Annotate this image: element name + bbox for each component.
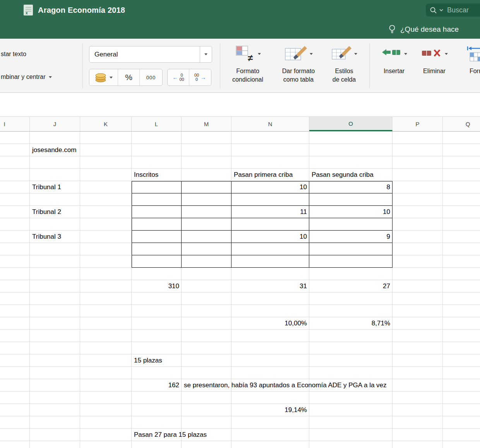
cell-P20[interactable] bbox=[393, 367, 443, 379]
cell-I18[interactable] bbox=[0, 342, 30, 354]
cell-N11[interactable] bbox=[231, 255, 309, 268]
cell-L25[interactable]: Pasan 27 para 15 plazas bbox=[132, 429, 182, 441]
format-as-table-button[interactable]: Dar formatocomo tabla bbox=[272, 42, 325, 84]
decrease-decimal-button[interactable]: 000 → bbox=[189, 69, 211, 85]
cell-J26[interactable] bbox=[30, 441, 80, 448]
cell-Q10[interactable] bbox=[443, 243, 480, 255]
cell-M16[interactable] bbox=[182, 317, 231, 330]
cell-N25[interactable] bbox=[231, 429, 309, 441]
cell-N15[interactable] bbox=[231, 305, 309, 317]
cell-Q13[interactable] bbox=[443, 280, 480, 292]
cell-P7[interactable] bbox=[393, 206, 443, 218]
cell-L7[interactable] bbox=[132, 206, 182, 218]
cell-I2[interactable] bbox=[0, 144, 30, 156]
cell-K14[interactable] bbox=[80, 292, 132, 305]
cell-O6[interactable] bbox=[309, 193, 393, 206]
cell-L4[interactable]: Inscritos bbox=[132, 169, 182, 181]
cell-J19[interactable] bbox=[30, 354, 80, 367]
cell-I13[interactable] bbox=[0, 280, 30, 292]
cell-L21[interactable]: 162 bbox=[132, 379, 182, 392]
cell-I16[interactable] bbox=[0, 317, 30, 330]
cell-I17[interactable] bbox=[0, 330, 30, 342]
cell-M8[interactable] bbox=[182, 218, 231, 231]
cell-J2[interactable]: josesande.com bbox=[30, 144, 80, 156]
cell-M19[interactable] bbox=[182, 354, 231, 367]
cell-P10[interactable] bbox=[393, 243, 443, 255]
cell-L26[interactable] bbox=[132, 441, 182, 448]
merge-center-button[interactable]: mbinar y centrar bbox=[1, 74, 52, 80]
cell-O24[interactable] bbox=[309, 416, 393, 429]
cell-L6[interactable] bbox=[132, 193, 182, 206]
cell-P21[interactable] bbox=[393, 379, 443, 392]
cell-L1[interactable] bbox=[132, 132, 182, 144]
cell-Q5[interactable] bbox=[443, 181, 480, 193]
cell-K22[interactable] bbox=[80, 392, 132, 404]
cell-Q16[interactable] bbox=[443, 317, 480, 330]
cell-L5[interactable] bbox=[132, 181, 182, 193]
delete-cells-button[interactable]: Eliminar bbox=[415, 42, 454, 75]
cell-L13[interactable]: 310 bbox=[132, 280, 182, 292]
cell-K13[interactable] bbox=[80, 280, 132, 292]
cell-L16[interactable] bbox=[132, 317, 182, 330]
cell-L20[interactable] bbox=[132, 367, 182, 379]
number-format-select[interactable]: General bbox=[89, 46, 212, 63]
cell-L10[interactable] bbox=[132, 243, 182, 255]
cell-Q19[interactable] bbox=[443, 354, 480, 367]
cell-N3[interactable] bbox=[231, 156, 309, 169]
cell-J14[interactable] bbox=[30, 292, 80, 305]
cell-I8[interactable] bbox=[0, 218, 30, 231]
column-header-N[interactable]: N bbox=[231, 117, 309, 131]
cell-L3[interactable] bbox=[132, 156, 182, 169]
cell-K26[interactable] bbox=[80, 441, 132, 448]
cell-I12[interactable] bbox=[0, 268, 30, 280]
column-header-K[interactable]: K bbox=[80, 117, 132, 131]
cell-P25[interactable] bbox=[393, 429, 443, 441]
cell-K8[interactable] bbox=[80, 218, 132, 231]
cell-Q25[interactable] bbox=[443, 429, 480, 441]
cell-P5[interactable] bbox=[393, 181, 443, 193]
cell-K5[interactable] bbox=[80, 181, 132, 193]
cell-K24[interactable] bbox=[80, 416, 132, 429]
cell-J11[interactable] bbox=[30, 255, 80, 268]
cell-O3[interactable] bbox=[309, 156, 393, 169]
cell-P2[interactable] bbox=[393, 144, 443, 156]
cell-O25[interactable] bbox=[309, 429, 393, 441]
cell-J7[interactable]: Tribunal 2 bbox=[30, 206, 80, 218]
cell-K12[interactable] bbox=[80, 268, 132, 280]
cell-O23[interactable] bbox=[309, 404, 393, 416]
cell-N17[interactable] bbox=[231, 330, 309, 342]
cell-N7[interactable]: 11 bbox=[231, 206, 309, 218]
cell-P8[interactable] bbox=[393, 218, 443, 231]
cell-L19[interactable]: 15 plazas bbox=[132, 354, 182, 367]
cell-N5[interactable]: 10 bbox=[231, 181, 309, 193]
cell-I22[interactable] bbox=[0, 392, 30, 404]
cell-J12[interactable] bbox=[30, 268, 80, 280]
cell-L15[interactable] bbox=[132, 305, 182, 317]
cell-J6[interactable] bbox=[30, 193, 80, 206]
cell-P26[interactable] bbox=[393, 441, 443, 448]
cell-I10[interactable] bbox=[0, 243, 30, 255]
cell-O20[interactable] bbox=[309, 367, 393, 379]
cell-P17[interactable] bbox=[393, 330, 443, 342]
cell-K23[interactable] bbox=[80, 404, 132, 416]
cell-J8[interactable] bbox=[30, 218, 80, 231]
cell-Q4[interactable] bbox=[443, 169, 480, 181]
column-header-P[interactable]: P bbox=[393, 117, 443, 131]
cell-Q15[interactable] bbox=[443, 305, 480, 317]
cell-L11[interactable] bbox=[132, 255, 182, 268]
cell-J3[interactable] bbox=[30, 156, 80, 169]
cell-P3[interactable] bbox=[393, 156, 443, 169]
cell-K15[interactable] bbox=[80, 305, 132, 317]
cell-O14[interactable] bbox=[309, 292, 393, 305]
cell-P13[interactable] bbox=[393, 280, 443, 292]
cell-M21[interactable]: se presentaron, había 93 apuntados a Eco… bbox=[182, 379, 231, 392]
cell-Q26[interactable] bbox=[443, 441, 480, 448]
cell-I6[interactable] bbox=[0, 193, 30, 206]
cell-O4[interactable]: Pasan segunda criba bbox=[309, 169, 393, 181]
cell-O5[interactable]: 8 bbox=[309, 181, 393, 193]
cell-O13[interactable]: 27 bbox=[309, 280, 393, 292]
cell-Q1[interactable] bbox=[443, 132, 480, 144]
cell-P15[interactable] bbox=[393, 305, 443, 317]
cell-I11[interactable] bbox=[0, 255, 30, 268]
format-cells-button[interactable]: Forma bbox=[457, 42, 480, 75]
